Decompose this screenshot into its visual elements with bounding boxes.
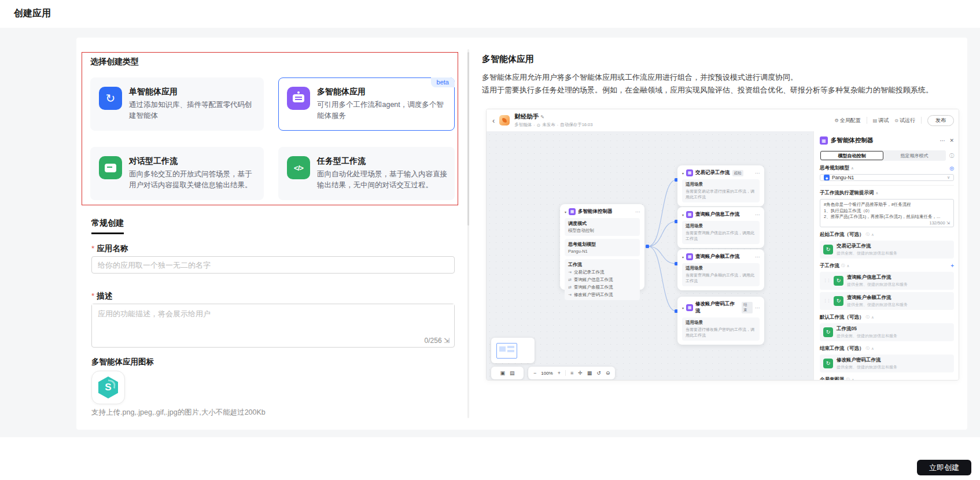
workflow-list-item: ⇥交易记录工作流 (568, 269, 636, 275)
type-card-desc: 面向自动化处理场景，基于输入内容直接输出结果，无中间的对话交互过程。 (317, 169, 447, 191)
drag-handle-icon[interactable]: ⋮⋮ (823, 279, 830, 282)
workflow-node-password[interactable]: ▾ ▦ 修改账户密码工作流 结束 ⋯ 适用场景 当需要进行修改账户密码的工作流，… (677, 297, 764, 345)
more-icon[interactable]: ⋯ (635, 209, 640, 215)
caret-down-icon[interactable]: ▾ (682, 171, 684, 175)
caret-down-icon[interactable]: ▾ (565, 210, 566, 214)
divider (867, 117, 867, 124)
workflow-card[interactable]: ↻ 交易记录工作流提供全面、便捷的旅游信息和服务 (820, 241, 954, 259)
type-card-multi-agent[interactable]: beta 多智能体应用 可引用多个工作流和agent，调度多个智能体服务 (278, 77, 455, 131)
tab-regular-create[interactable]: 常规创建 (91, 218, 124, 234)
close-icon[interactable]: ✕ (949, 138, 954, 143)
trial-run-button[interactable]: ⊙试运行 (894, 117, 915, 124)
app-name-label: *应用名称 (91, 243, 128, 254)
comment-icon[interactable]: ▤ (510, 370, 515, 376)
optimize-icon[interactable]: ◎ (949, 165, 954, 171)
workflow-card-icon: ↻ (823, 327, 833, 337)
divider (820, 185, 954, 186)
more-icon[interactable]: ⋯ (755, 171, 760, 176)
controller-node-icon: ▦ (569, 208, 576, 215)
pangu-model-icon: ◆ (824, 175, 830, 180)
required-mark: * (91, 244, 94, 253)
char-counter: 0/256 ⇲ (425, 337, 450, 345)
more-icon[interactable]: ⋯ (755, 254, 760, 260)
preview-app-subtitle: 多智能体 · ⊙ 未发布 · 自动保存于16:03 (514, 122, 592, 128)
info-icon[interactable]: ⓘ (841, 263, 845, 268)
model-section: 思考规划模型 Pangu-N1 (565, 239, 640, 256)
align-icon[interactable]: ≡ (570, 370, 573, 376)
info-icon[interactable]: ⓘ (846, 377, 850, 381)
type-card-desc: 面向多轮交互的开放式问答场景，基于用户对话内容提取关键信息输出结果。 (129, 169, 256, 191)
page-title: 创建应用 (14, 8, 51, 20)
info-icon[interactable]: ⓘ (949, 153, 954, 159)
workflow-node-icon: ▦ (686, 304, 693, 311)
delete-icon[interactable]: ⊖ (606, 370, 610, 376)
collapse-icon[interactable]: ∧ (851, 166, 854, 171)
create-now-button[interactable]: 立即创建 (917, 460, 971, 475)
workflow-card-icon: ↻ (823, 245, 833, 254)
mode-segmented-control: 模型自动控制 指定顺序模式 (820, 150, 946, 161)
detail-title: 多智能体应用 (482, 54, 534, 65)
tab-auto-control[interactable]: 模型自动控制 (820, 151, 883, 160)
collapse-icon[interactable]: ∧ (852, 378, 854, 381)
more-icon[interactable]: ⋯ (755, 305, 760, 311)
workflow-card[interactable]: ↻ 工作流05提供全面、便捷的旅游信息和服务 (820, 323, 954, 341)
collapse-icon[interactable]: ∧ (876, 191, 879, 195)
more-icon[interactable]: ⋯ (755, 212, 760, 217)
edit-icon[interactable]: ✎ (540, 115, 544, 120)
caret-down-icon[interactable]: ▾ (682, 255, 684, 259)
collapse-icon[interactable]: ∧ (871, 232, 874, 237)
workflow-node-account-info[interactable]: ▾ ▦ 查询账户信息工作流 ⋯ 适用场景 当需要查询账户信息的工作流，调用此工作… (677, 207, 764, 248)
app-name-input[interactable] (91, 256, 455, 274)
global-config-button[interactable]: ⚙全局配置 (835, 117, 861, 124)
panel-title: 多智能体控制器 (831, 136, 874, 145)
workflow-card[interactable]: ⋮⋮ ↻ 查询账户信息工作流提供全面、便捷的旅游信息和服务 (820, 272, 954, 290)
code-glyph: </> (294, 164, 303, 172)
workflow-card-icon: ↻ (823, 359, 833, 368)
drag-handle-icon[interactable]: ⋮⋮ (823, 299, 830, 302)
type-card-single-agent[interactable]: ↻ 单智能体应用 通过添加知识库、插件等配置零代码创建智能体 (90, 77, 264, 131)
info-icon[interactable]: ⓘ (866, 346, 870, 351)
end-arrow-icon: ⇥ (568, 293, 572, 297)
caret-down-icon[interactable]: ▾ (682, 213, 684, 217)
minimap-toggle-icon[interactable]: ▣ (500, 370, 505, 376)
zoom-level: 100% (541, 371, 552, 376)
workflow-node-balance[interactable]: ▾ ▦ 查询账户余额工作流 ⋯ 适用场景 当需要查询账户余额的工作流，调用此工作… (677, 249, 764, 290)
collapse-icon[interactable]: ∧ (871, 315, 874, 320)
main-card: 选择创建类型 ↻ 单智能体应用 通过添加知识库、插件等配置零代码创建智能体 be… (76, 38, 967, 430)
more-icon[interactable]: ⋯ (940, 138, 945, 143)
controller-node[interactable]: ▾ ▦ 多智能体控制器 ⋯ 调度模式 模型自动控制 思考规划模型 Pangu-N… (560, 204, 644, 290)
info-icon[interactable]: ⓘ (866, 315, 870, 320)
type-card-title: 多智能体应用 (317, 87, 447, 97)
collapse-icon[interactable]: ∧ (847, 264, 850, 268)
layout-icon[interactable]: ▦ (587, 370, 592, 376)
column-scrollbar-thumb[interactable] (467, 52, 469, 226)
publish-button[interactable]: 发布 (927, 115, 954, 126)
canvas-minimap[interactable] (491, 338, 535, 363)
single-agent-icon: ↻ (99, 87, 122, 110)
tab-fixed-order[interactable]: 指定顺序模式 (883, 151, 945, 160)
caret-down-icon[interactable]: ▾ (682, 306, 684, 310)
zoom-in-icon[interactable]: + (558, 370, 561, 376)
add-workflow-icon[interactable]: + (950, 263, 954, 269)
workflow-canvas[interactable]: ▾ ▦ 多智能体控制器 ⋯ 调度模式 模型自动控制 思考规划模型 Pangu-N… (487, 131, 813, 381)
type-card-chat-workflow[interactable]: 对话型工作流 面向多轮交互的开放式问答场景，基于用户对话内容提取关键信息输出结果… (90, 147, 264, 200)
back-icon[interactable]: ‹ (492, 116, 495, 125)
workflow-card[interactable]: ↻ 修改账户密码工作流提供全面、便捷的旅游信息和服务 (820, 355, 954, 372)
app-desc-textarea[interactable] (92, 304, 454, 334)
preview-header: ‹ 财经助手 ✎ 多智能体 · ⊙ 未发布 · 自动保存于16:03 ⚙全局配置 (487, 109, 959, 131)
dot-separator: · (557, 123, 559, 128)
model-select[interactable]: ◆ Pangu-N1 ∨ (820, 174, 954, 181)
undo-icon[interactable]: ↺ (596, 370, 601, 376)
workflow-list-section: 工作流 ⇥交易记录工作流 ⇄查询账户信息工作流 ⇄查询账户余额工作流 ⇥修改账户… (565, 259, 640, 300)
debug-button[interactable]: ▤调试 (873, 117, 889, 124)
prompt-textarea[interactable]: #角色你是一个银行产品推荐助手，#任务流程 1、执行启始工作流（0） 2、推荐产… (820, 199, 954, 227)
info-icon[interactable]: ⓘ (866, 232, 870, 237)
fit-view-icon[interactable]: ✛ (578, 370, 583, 376)
icon-upload-button[interactable]: S (91, 371, 125, 404)
resize-handle-icon[interactable]: ⇲ (444, 337, 450, 345)
workflow-card[interactable]: ⋮⋮ ↻ 查询账户余额工作流提供全面、便捷的旅游信息和服务 (820, 292, 954, 310)
type-card-task-workflow[interactable]: </> 任务型工作流 面向自动化处理场景，基于输入内容直接输出结果，无中间的对话… (278, 147, 455, 200)
zoom-out-icon[interactable]: − (533, 370, 536, 376)
workflow-node-transaction[interactable]: ▾ ▦ 交易记录工作流 起始 ⋯ 适用场景 当需要交易记录进行搜索的工作流，调用… (677, 165, 764, 206)
collapse-icon[interactable]: ∧ (871, 346, 874, 351)
